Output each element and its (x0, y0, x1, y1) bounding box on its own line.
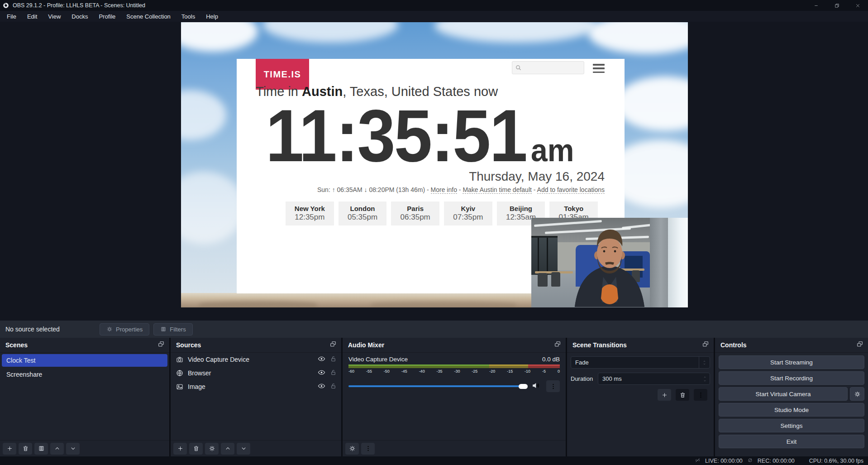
scene-filters-button[interactable] (34, 443, 48, 455)
source-row-video-capture[interactable]: Video Capture Device (171, 353, 341, 366)
world-time-newyork[interactable]: New York12:35pm (286, 201, 334, 225)
menu-docks[interactable]: Docks (67, 12, 93, 21)
cloud (181, 90, 226, 140)
search-input[interactable] (512, 61, 584, 74)
controls-panel-title: Controls (720, 341, 747, 349)
menu-profile[interactable]: Profile (94, 12, 120, 21)
filters-button[interactable]: Filters (153, 323, 192, 336)
add-scene-button[interactable] (3, 443, 16, 455)
virtual-camera-settings-button[interactable] (850, 387, 864, 401)
search-icon (515, 64, 522, 71)
more-info-link[interactable]: More info (431, 186, 457, 194)
status-bar: LIVE: 00:00:00 REC: 00:00:00 CPU: 0.6%, … (0, 456, 868, 465)
volume-slider-handle[interactable] (519, 384, 528, 389)
start-streaming-button[interactable]: Start Streaming (719, 355, 864, 369)
visibility-toggle[interactable] (318, 355, 325, 364)
minimize-button[interactable] (806, 0, 826, 11)
visibility-toggle[interactable] (318, 382, 325, 391)
cloud (588, 22, 688, 54)
chevron-down-icon (240, 445, 247, 452)
popout-icon[interactable] (554, 340, 561, 350)
obs-logo-icon (3, 2, 9, 9)
make-default-link[interactable]: Make Austin time default (463, 186, 532, 194)
cloud (434, 22, 597, 43)
add-transition-button[interactable] (658, 389, 671, 401)
gear-icon (854, 391, 861, 398)
menu-bar: File Edit View Docks Profile Scene Colle… (0, 11, 868, 22)
obs-window: OBS 29.1.2 - Profile: LLHLS BETA - Scene… (0, 0, 868, 465)
volume-slider[interactable] (348, 385, 520, 387)
advanced-audio-button[interactable] (345, 443, 359, 455)
scenes-panel-title: Scenes (5, 341, 28, 349)
source-row-browser[interactable]: Browser (171, 366, 341, 380)
close-button[interactable] (847, 0, 868, 11)
camera-icon (176, 356, 183, 363)
menu-tools[interactable]: Tools (176, 12, 200, 21)
transition-properties-button[interactable] (694, 389, 707, 401)
hamburger-menu-icon[interactable] (593, 64, 605, 73)
webcam-overlay[interactable] (531, 218, 688, 307)
move-scene-down-button[interactable] (66, 443, 80, 455)
popout-icon[interactable] (856, 340, 863, 350)
world-time-kyiv[interactable]: Kyiv07:35pm (444, 201, 492, 225)
start-virtual-camera-button[interactable]: Start Virtual Camera (719, 387, 848, 401)
add-favorite-link[interactable]: Add to favorite locations (537, 186, 605, 194)
move-source-down-button[interactable] (237, 443, 250, 455)
audio-mixer-title: Audio Mixer (348, 341, 384, 349)
controls-panel: Controls Start Streaming Start Recording… (715, 338, 868, 456)
preview-area[interactable]: TIME.IS Time in Austin, Texas, United St… (0, 22, 868, 321)
dots-icon (365, 445, 372, 452)
move-source-up-button[interactable] (221, 443, 234, 455)
start-recording-button[interactable]: Start Recording (719, 371, 864, 385)
restore-button[interactable] (826, 0, 847, 11)
popout-icon[interactable] (702, 340, 709, 350)
dots-icon (550, 383, 557, 390)
volume-meter (348, 364, 560, 368)
studio-mode-button[interactable]: Studio Mode (719, 403, 864, 417)
move-scene-up-button[interactable] (50, 443, 64, 455)
scene-transitions-title: Scene Transitions (572, 341, 627, 349)
stream-inactive-icon (694, 457, 701, 465)
exit-button[interactable]: Exit (719, 435, 864, 448)
scenes-panel: Scenes Clock Test Screenshare (0, 338, 169, 456)
trash-icon (22, 445, 29, 452)
program-video[interactable]: TIME.IS Time in Austin, Texas, United St… (181, 22, 688, 307)
dots-icon (697, 392, 704, 398)
mute-toggle[interactable] (531, 381, 540, 392)
popout-icon[interactable] (329, 340, 337, 350)
source-properties-button[interactable] (205, 443, 219, 455)
menu-edit[interactable]: Edit (22, 12, 42, 21)
duration-input[interactable]: 300 ms (598, 373, 710, 385)
lock-toggle[interactable] (330, 369, 337, 377)
remove-transition-button[interactable] (676, 389, 689, 401)
transition-select[interactable]: Fade (571, 356, 710, 369)
visibility-toggle[interactable] (318, 369, 325, 378)
popout-icon[interactable] (157, 340, 165, 350)
person-webcam (562, 226, 657, 307)
lock-toggle[interactable] (330, 383, 337, 391)
cloud (615, 77, 688, 131)
menu-help[interactable]: Help (201, 12, 223, 21)
spinner-arrows-icon[interactable] (700, 376, 710, 382)
source-row-image[interactable]: Image (171, 380, 341, 393)
world-time-london[interactable]: London05:35pm (339, 201, 387, 225)
settings-button[interactable]: Settings (719, 419, 864, 432)
menu-file[interactable]: File (2, 12, 21, 21)
mixer-menu-button[interactable] (361, 443, 375, 455)
properties-button[interactable]: Properties (100, 323, 149, 336)
scene-item-clock-test[interactable]: Clock Test (2, 354, 167, 367)
mixer-channel-menu-button[interactable] (546, 380, 560, 392)
gear-icon (349, 445, 356, 452)
scene-item-screenshare[interactable]: Screenshare (2, 368, 167, 381)
menu-view[interactable]: View (43, 12, 66, 21)
add-source-button[interactable] (173, 443, 187, 455)
lock-toggle[interactable] (330, 355, 337, 364)
menu-scene-collection[interactable]: Scene Collection (121, 12, 176, 21)
source-toolbar: No source selected Properties Filters (0, 321, 868, 338)
remove-source-button[interactable] (189, 443, 203, 455)
remove-scene-button[interactable] (19, 443, 32, 455)
cloud (262, 22, 398, 43)
dropdown-arrows-icon (699, 357, 710, 368)
world-time-paris[interactable]: Paris06:35pm (391, 201, 439, 225)
eye-icon (318, 382, 325, 390)
